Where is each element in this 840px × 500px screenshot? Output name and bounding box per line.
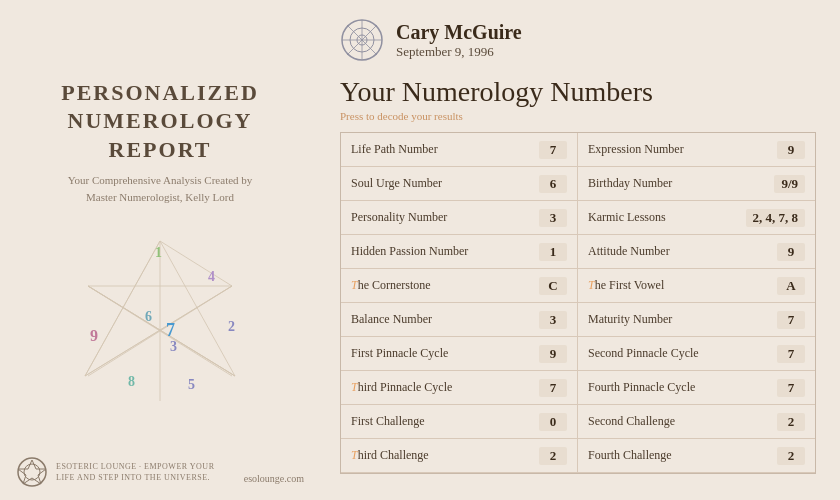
profile-name: Cary McGuire	[396, 21, 522, 44]
number-label: Soul Urge Number	[351, 176, 442, 191]
number-row[interactable]: Personality Number3	[341, 201, 578, 235]
number-value: 0	[539, 413, 567, 431]
number-row[interactable]: Second Pinnacle Cycle7	[578, 337, 815, 371]
number-label: First Pinnacle Cycle	[351, 346, 448, 361]
number-label: Third Challenge	[351, 448, 429, 463]
number-label: Attitude Number	[588, 244, 670, 259]
number-row[interactable]: Karmic Lessons2, 4, 7, 8	[578, 201, 815, 235]
number-value: 1	[539, 243, 567, 261]
number-row[interactable]: The First VowelA	[578, 269, 815, 303]
number-row[interactable]: Birthday Number9/9	[578, 167, 815, 201]
number-value: 7	[777, 379, 805, 397]
number-value: 2	[539, 447, 567, 465]
svg-text:2: 2	[228, 319, 235, 334]
number-value: A	[777, 277, 805, 295]
number-row[interactable]: Maturity Number7	[578, 303, 815, 337]
number-value: C	[539, 277, 567, 295]
svg-text:9: 9	[90, 327, 98, 344]
number-value: 7	[539, 379, 567, 397]
number-label: First Challenge	[351, 414, 425, 429]
report-subtitle: Your Comprehensive Analysis Created by M…	[68, 172, 253, 205]
svg-text:4: 4	[208, 269, 215, 284]
svg-text:3: 3	[170, 339, 177, 354]
numbers-grid: Life Path Number7Expression Number9Soul …	[340, 132, 816, 474]
number-label: The First Vowel	[588, 278, 664, 293]
number-label: Hidden Passion Number	[351, 244, 468, 259]
brand-footer: ESOTERIC LOUNGE · EMPOWER YOURLIFE AND S…	[16, 456, 214, 488]
number-label: Karmic Lessons	[588, 210, 666, 225]
svg-text:5: 5	[188, 377, 195, 392]
website-url: esolounge.com	[244, 473, 304, 484]
number-row[interactable]: Second Challenge2	[578, 405, 815, 439]
section-title: Your Numerology Numbers	[340, 76, 816, 108]
number-label: Balance Number	[351, 312, 432, 327]
number-label: Birthday Number	[588, 176, 672, 191]
brand-text: ESOTERIC LOUNGE · EMPOWER YOURLIFE AND S…	[56, 461, 214, 483]
number-row[interactable]: Fourth Challenge2	[578, 439, 815, 473]
svg-text:1: 1	[155, 245, 162, 260]
profile-date: September 9, 1996	[396, 44, 522, 60]
number-value: 7	[777, 345, 805, 363]
number-value: 9	[777, 141, 805, 159]
number-row[interactable]: Balance Number3	[341, 303, 578, 337]
number-value: 3	[539, 209, 567, 227]
number-value: 9/9	[774, 175, 805, 193]
number-row[interactable]: Life Path Number7	[341, 133, 578, 167]
number-label: Second Challenge	[588, 414, 675, 429]
number-value: 2, 4, 7, 8	[746, 209, 806, 227]
number-row[interactable]: First Challenge0	[341, 405, 578, 439]
number-row[interactable]: The CornerstoneC	[341, 269, 578, 303]
number-row[interactable]: Hidden Passion Number1	[341, 235, 578, 269]
number-row[interactable]: Attitude Number9	[578, 235, 815, 269]
number-row[interactable]: Soul Urge Number6	[341, 167, 578, 201]
number-value: 9	[777, 243, 805, 261]
number-label: Life Path Number	[351, 142, 438, 157]
profile-icon	[340, 18, 384, 62]
number-label: Second Pinnacle Cycle	[588, 346, 699, 361]
profile-info: Cary McGuire September 9, 1996	[396, 21, 522, 60]
number-value: 2	[777, 413, 805, 431]
number-row[interactable]: Fourth Pinnacle Cycle7	[578, 371, 815, 405]
number-row[interactable]: Expression Number9	[578, 133, 815, 167]
section-subtitle: Press to decode your results	[340, 110, 816, 122]
numerology-star: 1 2 3 4 5 6 7 8 9	[60, 221, 260, 421]
number-label: The Cornerstone	[351, 278, 431, 293]
profile-header: Cary McGuire September 9, 1996	[340, 18, 816, 62]
number-value: 9	[539, 345, 567, 363]
number-value: 7	[539, 141, 567, 159]
number-label: Fourth Pinnacle Cycle	[588, 380, 695, 395]
esoteric-logo-icon	[16, 456, 48, 488]
right-panel: Cary McGuire September 9, 1996 Your Nume…	[320, 0, 840, 500]
svg-text:7: 7	[166, 320, 175, 340]
number-row[interactable]: Third Pinnacle Cycle7	[341, 371, 578, 405]
number-value: 3	[539, 311, 567, 329]
number-row[interactable]: First Pinnacle Cycle9	[341, 337, 578, 371]
report-title: Personalized Numerology Report	[20, 79, 300, 165]
number-label: Expression Number	[588, 142, 684, 157]
svg-line-0	[160, 241, 235, 376]
svg-line-7	[160, 241, 232, 286]
left-panel: Personalized Numerology Report Your Comp…	[0, 0, 320, 500]
number-value: 2	[777, 447, 805, 465]
number-label: Fourth Challenge	[588, 448, 672, 463]
number-label: Third Pinnacle Cycle	[351, 380, 452, 395]
number-label: Personality Number	[351, 210, 447, 225]
number-row[interactable]: Third Challenge2	[341, 439, 578, 473]
number-value: 6	[539, 175, 567, 193]
svg-text:8: 8	[128, 374, 135, 389]
svg-text:6: 6	[145, 309, 152, 324]
number-label: Maturity Number	[588, 312, 672, 327]
number-value: 7	[777, 311, 805, 329]
